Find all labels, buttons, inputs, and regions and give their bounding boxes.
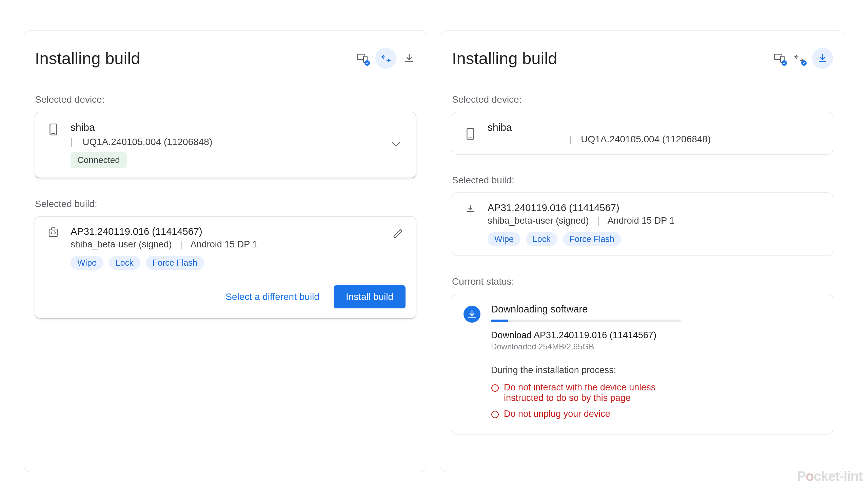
install-note: During the installation process: (491, 365, 823, 375)
warning-no-interact: Do not interact with the device unless i… (491, 382, 674, 403)
download-progress-icon (463, 306, 480, 323)
build-release: Android 15 DP 1 (191, 239, 258, 250)
install-panel-ready: Installing build Selected device: shib (24, 30, 427, 472)
edit-build-button[interactable] (391, 226, 406, 242)
chip-force-flash: Force Flash (563, 232, 621, 246)
device-build-id: UQ1A.240105.004 (11206848) (82, 137, 212, 147)
warning-no-unplug: Do not unplug your device (491, 409, 674, 419)
build-id: AP31.240119.016 (11414567) (488, 202, 823, 214)
build-id: AP31.240119.016 (11414567) (71, 226, 381, 237)
step-device-icon (773, 52, 786, 65)
download-progress-bar (491, 320, 681, 322)
status-card: Downloading software Download AP31.24011… (452, 294, 833, 434)
selected-build-label: Selected build: (452, 175, 833, 186)
download-icon (462, 202, 478, 214)
step-transfer-icon (792, 52, 806, 65)
download-line: Download AP31.240119.016 (11414567) (491, 330, 823, 341)
build-variant: shiba_beta-user (signed) (488, 216, 589, 226)
check-badge-icon (782, 60, 787, 66)
panel-title: Installing build (35, 49, 140, 68)
step-download-icon (402, 52, 416, 65)
build-release: Android 15 DP 1 (608, 216, 675, 226)
step-device-icon (356, 52, 369, 65)
current-status-label: Current status: (452, 276, 833, 287)
selected-device-label: Selected device: (35, 94, 416, 105)
build-card: AP31.240119.016 (11414567) shiba_beta-us… (35, 216, 416, 319)
build-variant: shiba_beta-user (signed) (71, 239, 172, 250)
chevron-down-icon[interactable] (391, 140, 406, 150)
connected-chip: Connected (71, 152, 127, 168)
step-download-icon (812, 48, 833, 69)
watermark: Pocket-lint (797, 469, 863, 484)
stepper (773, 48, 833, 69)
warn-icon (491, 384, 499, 392)
panel-title: Installing build (452, 49, 557, 68)
warn-icon (491, 410, 499, 419)
step-transfer-icon (375, 48, 396, 69)
chip-lock: Lock (109, 256, 140, 270)
selected-device-label: Selected device: (452, 94, 833, 105)
select-different-build-button[interactable]: Select a different build (223, 288, 321, 306)
selected-build-label: Selected build: (35, 199, 416, 209)
device-name: shiba (71, 122, 382, 133)
device-card[interactable]: shiba | UQ1A.240105.004 (11206848) Conne… (35, 112, 416, 178)
device-name: shiba (488, 122, 823, 133)
clipboard-code-icon (45, 226, 61, 238)
status-title: Downloading software (491, 304, 823, 315)
stepper (356, 48, 416, 69)
chip-wipe: Wipe (488, 232, 520, 246)
check-badge-icon (801, 60, 807, 66)
install-panel-downloading: Installing build Selected device: (441, 30, 844, 472)
download-bytes: Downloaded 254MB/2.65GB (491, 342, 823, 351)
phone-icon (45, 122, 61, 136)
device-card: shiba | UQ1A.240105.004 (11206848) (452, 112, 833, 155)
chip-force-flash: Force Flash (146, 256, 204, 270)
device-build-id: UQ1A.240105.004 (11206848) (581, 134, 711, 145)
chip-lock: Lock (526, 232, 557, 246)
phone-icon (462, 126, 478, 140)
build-card: AP31.240119.016 (11414567) shiba_beta-us… (452, 192, 833, 256)
install-build-button[interactable]: Install build (334, 285, 406, 308)
chip-wipe: Wipe (71, 256, 103, 270)
check-badge-icon (364, 60, 370, 66)
